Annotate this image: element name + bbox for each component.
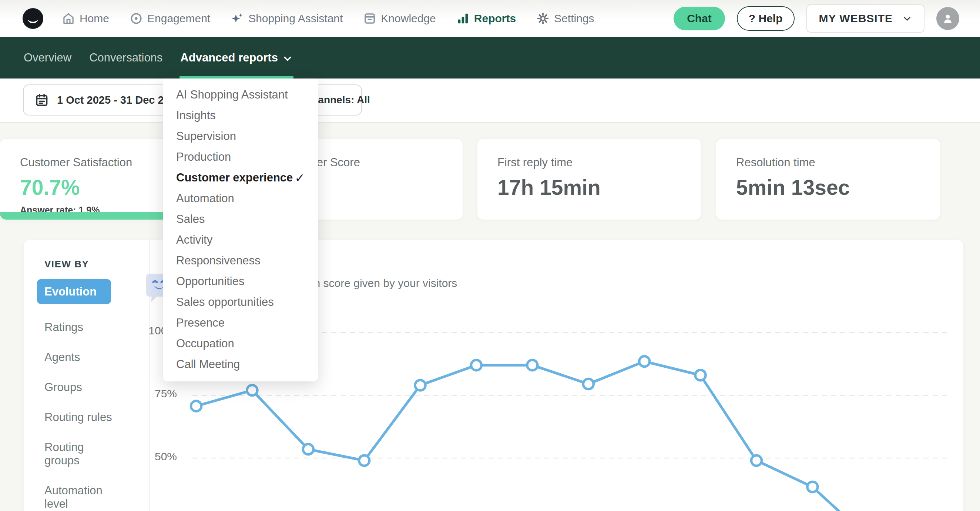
data-point[interactable] — [415, 380, 426, 390]
kpi-title: First reply time — [497, 156, 681, 169]
satisfaction-series-line — [196, 361, 869, 511]
menu-item-label: Sales — [176, 212, 205, 226]
menu-item-label: Call Meeting — [176, 358, 240, 371]
check-icon: ✓ — [294, 171, 305, 185]
advanced-reports-menu-item[interactable]: Opportunities — [163, 271, 318, 292]
advanced-reports-menu-item[interactable]: AI Shopping Assistant — [163, 85, 318, 105]
nav-item-label: Knowledge — [381, 12, 436, 25]
kpi-card-first-reply-time: First reply time 17h 15min — [477, 139, 701, 220]
main-menu: Home Engagement Shopping Assistant — [62, 12, 594, 25]
menu-item-label: Activity — [176, 233, 212, 247]
home-icon — [62, 12, 75, 25]
nav-item-label: Shopping Assistant — [248, 12, 343, 25]
nav-item-label: Settings — [554, 12, 594, 25]
menu-item-label: Occupation — [176, 337, 234, 350]
kpi-card-resolution-time: Resolution time 5min 13sec — [716, 139, 940, 220]
website-selector-label: MY WEBSITE — [819, 12, 892, 25]
top-navigation-bar: Home Engagement Shopping Assistant — [0, 0, 980, 37]
help-button[interactable]: ? Help — [737, 6, 795, 31]
menu-item-label: Production — [176, 150, 231, 164]
target-icon — [130, 12, 143, 25]
tab-label: Advanced reports — [180, 51, 278, 64]
nav-item-knowledge[interactable]: Knowledge — [363, 12, 436, 25]
tab-advanced-reports[interactable]: Advanced reports — [180, 37, 293, 78]
nav-item-label: Reports — [474, 12, 516, 25]
data-point[interactable] — [359, 455, 369, 466]
menu-item-label: Insights — [176, 109, 216, 122]
nav-item-label: Engagement — [147, 12, 210, 25]
reports-sub-navigation: Overview Conversations Advanced reports — [0, 37, 980, 78]
tab-label: Conversations — [89, 51, 162, 64]
advanced-reports-menu-list: AI Shopping Assistant Insights Supervisi… — [163, 85, 318, 375]
filter-bar: 1 Oct 2025 - 31 Dec 2025 Channels: All — [0, 78, 980, 123]
calendar-icon — [35, 93, 49, 107]
brand-logo[interactable] — [22, 8, 44, 29]
advanced-reports-menu-item[interactable]: Customer experience ✓ — [163, 168, 318, 188]
advanced-reports-menu-item[interactable]: Activity — [163, 230, 318, 250]
kpi-value: 17h 15min — [497, 175, 681, 200]
advanced-reports-menu-item[interactable]: Production — [163, 147, 318, 168]
data-point[interactable] — [191, 401, 201, 411]
data-point[interactable] — [695, 370, 706, 380]
data-point[interactable] — [303, 444, 313, 454]
chevron-down-icon — [282, 53, 293, 64]
menu-item-label: Sales opportunities — [176, 295, 274, 309]
advanced-reports-menu-item[interactable]: Automation — [163, 188, 318, 209]
active-tab-underline — [180, 76, 293, 78]
kpi-title: Resolution time — [736, 156, 920, 169]
data-point[interactable] — [583, 379, 593, 389]
advanced-reports-menu-item[interactable]: Occupation — [163, 333, 318, 354]
advanced-reports-menu-item[interactable]: Sales — [163, 209, 318, 230]
menu-item-label: Customer experience — [176, 171, 293, 184]
tab-conversations[interactable]: Conversations — [89, 37, 162, 78]
gear-icon — [537, 12, 549, 25]
archive-box-icon — [363, 12, 376, 25]
advanced-reports-menu-item[interactable]: Call Meeting — [163, 354, 318, 375]
website-selector[interactable]: MY WEBSITE — [807, 5, 924, 33]
brand-smile-icon — [22, 8, 44, 29]
data-point[interactable] — [751, 455, 762, 466]
chat-button[interactable]: Chat — [674, 7, 725, 30]
advanced-reports-menu-item[interactable]: Supervision — [163, 126, 318, 147]
menu-item-label: Automation — [176, 192, 234, 205]
tab-overview[interactable]: Overview — [24, 37, 72, 78]
person-icon — [941, 12, 955, 25]
nav-item-shopping-assistant[interactable]: Shopping Assistant — [231, 12, 343, 25]
data-point[interactable] — [639, 356, 649, 367]
tab-label: Overview — [24, 51, 72, 64]
data-point[interactable] — [247, 385, 257, 396]
nav-item-engagement[interactable]: Engagement — [130, 12, 210, 25]
menu-item-label: AI Shopping Assistant — [176, 88, 288, 101]
menu-item-label: Opportunities — [176, 275, 244, 288]
menu-item-label: Presence — [176, 316, 224, 329]
kpi-value: 5min 13sec — [736, 175, 920, 200]
data-point[interactable] — [527, 360, 538, 370]
nav-item-reports[interactable]: Reports — [457, 12, 516, 25]
advanced-reports-menu-item[interactable]: Presence — [163, 313, 318, 333]
sparkles-icon — [231, 12, 243, 25]
bar-chart-icon — [457, 12, 469, 25]
advanced-reports-menu-item[interactable]: Sales opportunities — [163, 292, 318, 313]
data-point[interactable] — [807, 482, 818, 492]
menu-item-label: Supervision — [176, 129, 236, 143]
advanced-reports-menu-item[interactable]: Insights — [163, 105, 318, 126]
advanced-reports-menu-item[interactable]: Responsiveness — [163, 250, 318, 271]
report-content: Customer Satisfaction 70.7% Answer rate:… — [0, 123, 980, 511]
menu-item-label: Responsiveness — [176, 254, 260, 267]
top-right-actions: Chat ? Help MY WEBSITE — [674, 5, 959, 33]
nav-item-settings[interactable]: Settings — [537, 12, 594, 25]
data-point[interactable] — [471, 360, 482, 370]
chevron-down-icon — [902, 14, 912, 23]
advanced-reports-menu: AI Shopping Assistant Insights Supervisi… — [163, 78, 318, 382]
nav-item-label: Home — [80, 12, 109, 25]
nav-item-home[interactable]: Home — [62, 12, 109, 25]
user-avatar[interactable] — [936, 7, 959, 30]
